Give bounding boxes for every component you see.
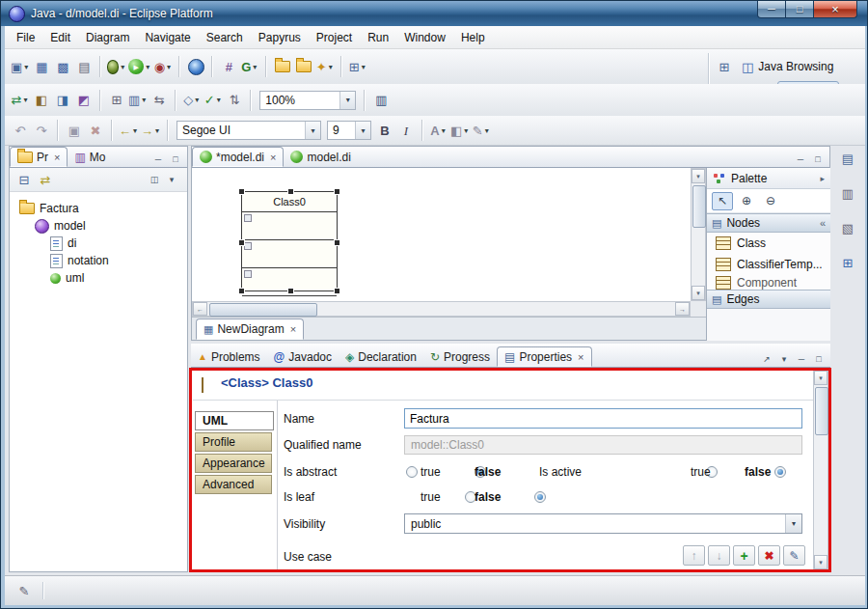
scroll-down-button[interactable]: ▾ xyxy=(814,555,827,569)
tab-declaration[interactable]: ◈ Declaration xyxy=(339,346,423,367)
align-button[interactable]: ◇▾ xyxy=(182,90,202,111)
copy-button[interactable]: ▣ xyxy=(65,120,84,141)
tab-progress[interactable]: ↻ Progress xyxy=(423,346,497,367)
close-tab-icon[interactable]: × xyxy=(290,323,296,335)
tree-item-notation[interactable]: notation xyxy=(10,252,187,269)
open-resource-button[interactable] xyxy=(294,56,313,77)
undo-button[interactable]: ↶ xyxy=(11,120,30,141)
compartment-expander-icon[interactable] xyxy=(244,242,252,250)
open-type-button[interactable] xyxy=(273,56,292,77)
visibility-dropdown[interactable]: public ▾ xyxy=(404,513,802,534)
props-tab-profile[interactable]: Profile xyxy=(195,432,272,452)
diagram-overview-button[interactable]: ▥ xyxy=(371,90,391,111)
show-grid-button[interactable]: ⊞ xyxy=(107,90,126,111)
remove-button[interactable]: ✖ xyxy=(758,545,780,566)
grid-view-icon[interactable]: ⊞ xyxy=(838,252,857,273)
maximize-view-icon[interactable]: □ xyxy=(811,351,827,367)
print-button[interactable]: ▤ xyxy=(74,56,94,77)
active-false-label[interactable]: false xyxy=(745,465,771,479)
font-combo[interactable]: Segoe UI ▾ xyxy=(176,121,321,140)
active-false-radio[interactable] xyxy=(774,466,786,478)
visibility-dropdown-arrow[interactable]: ▾ xyxy=(785,514,801,533)
web-browser-button[interactable] xyxy=(186,56,205,77)
minimize-button[interactable]: ─ xyxy=(757,1,786,18)
close-button[interactable]: × xyxy=(813,1,857,18)
palette-drawer-nodes[interactable]: ▤ Nodes « xyxy=(707,213,830,233)
scroll-down-button[interactable]: ▾ xyxy=(692,286,705,300)
tab-model-di-dirty[interactable]: *model.di × xyxy=(192,147,284,167)
palette-item-classifier-template[interactable]: ClassifierTemp... xyxy=(707,254,830,275)
selection-handle[interactable] xyxy=(287,288,294,294)
menu-project[interactable]: Project xyxy=(309,28,360,47)
tab-javadoc[interactable]: @ Javadoc xyxy=(267,346,339,367)
props-scroll-thumb[interactable] xyxy=(815,387,828,435)
link-with-editor-button[interactable]: ⇄ xyxy=(36,171,55,188)
outline-view-icon[interactable]: ▥ xyxy=(838,182,857,204)
menu-edit[interactable]: Edit xyxy=(42,28,78,47)
redo-button[interactable]: ↷ xyxy=(32,120,51,141)
delete-button[interactable]: ✖ xyxy=(86,120,105,141)
tree-item-uml[interactable]: uml xyxy=(10,269,187,287)
restore-views-icon[interactable]: ▤ xyxy=(838,148,857,169)
props-tab-uml[interactable]: UML xyxy=(195,411,274,430)
new-class-button[interactable]: ◨ xyxy=(53,90,72,111)
font-dropdown-arrow[interactable]: ▾ xyxy=(305,122,320,139)
selection-handle[interactable] xyxy=(334,239,340,246)
sort-button[interactable]: ⇅ xyxy=(225,90,244,111)
zoom-dropdown-arrow[interactable]: ▾ xyxy=(339,92,355,109)
selection-handle[interactable] xyxy=(287,188,294,195)
new-package-button[interactable]: ◧ xyxy=(32,90,51,111)
detach-view-icon[interactable]: ↗ xyxy=(759,351,774,367)
tab-model-di[interactable]: model.di xyxy=(284,147,357,167)
back-button[interactable]: ←▾ xyxy=(119,120,139,141)
task-list-view-icon[interactable]: ▧ xyxy=(838,217,857,238)
selection-handle[interactable] xyxy=(238,188,245,195)
minimize-view-icon[interactable]: ─ xyxy=(794,351,809,367)
collapse-all-button[interactable]: ⊟ xyxy=(14,171,34,188)
new-wizard-button[interactable]: ▣▾ xyxy=(11,56,30,77)
palette-item-component[interactable]: Component xyxy=(707,275,830,290)
search-button[interactable]: ✦▾ xyxy=(315,56,335,77)
canvas-vscrollbar[interactable]: ▾ ▾ xyxy=(691,168,706,301)
minimize-editor-icon[interactable]: ─ xyxy=(793,152,808,167)
props-tab-advanced[interactable]: Advanced xyxy=(195,475,272,494)
bold-button[interactable]: B xyxy=(375,120,394,141)
add-button[interactable]: + xyxy=(733,545,755,566)
vscroll-thumb[interactable] xyxy=(692,185,706,228)
menu-papyrus[interactable]: Papyrus xyxy=(251,28,309,47)
hscroll-thumb[interactable] xyxy=(209,303,317,317)
tab-problems[interactable]: ▲ Problems xyxy=(191,346,267,367)
debug-button[interactable]: ▾ xyxy=(107,56,126,77)
menu-window[interactable]: Window xyxy=(396,28,453,47)
sync-model-button[interactable]: ⇄▾ xyxy=(11,90,30,111)
italic-button[interactable]: I xyxy=(396,120,416,141)
junit-button[interactable]: G▾ xyxy=(240,56,259,77)
close-tab-icon[interactable]: × xyxy=(578,351,583,363)
menu-help[interactable]: Help xyxy=(453,28,493,47)
menu-diagram[interactable]: Diagram xyxy=(78,28,137,47)
leaf-true-label[interactable]: true xyxy=(420,490,441,504)
class-attributes-compartment[interactable] xyxy=(242,212,337,240)
line-color-button[interactable]: ✎▾ xyxy=(472,120,491,141)
edit-button[interactable]: ✎ xyxy=(783,545,805,566)
view-menu-icon[interactable]: ▾ xyxy=(776,351,792,367)
leaf-false-label[interactable]: false xyxy=(475,490,501,504)
maximize-editor-icon[interactable]: □ xyxy=(810,152,826,167)
class-operations-compartment[interactable] xyxy=(242,240,337,268)
menu-navigate[interactable]: Navigate xyxy=(137,28,198,47)
selection-handle[interactable] xyxy=(334,188,340,195)
maximize-view-icon[interactable]: □ xyxy=(168,152,183,167)
save-button[interactable]: ▦ xyxy=(32,56,51,77)
save-all-button[interactable]: ▩ xyxy=(53,56,72,77)
scroll-left-button[interactable]: ← xyxy=(193,302,207,316)
move-down-button[interactable]: ↓ xyxy=(708,545,730,566)
tree-item-project[interactable]: Factura xyxy=(10,200,187,217)
tab-model-explorer[interactable]: ▥ Mo xyxy=(68,147,112,167)
zoom-in-tool[interactable]: ⊕ xyxy=(736,192,757,210)
tab-new-diagram[interactable]: ▦ NewDiagram × xyxy=(196,318,304,340)
explorer-menu-arrow-icon[interactable]: ▾ xyxy=(164,172,179,187)
perspective-java-browsing[interactable]: ◫ Java Browsing xyxy=(735,58,840,75)
tree-item-model[interactable]: model xyxy=(10,217,187,235)
name-input[interactable] xyxy=(404,408,802,429)
abstract-true-label[interactable]: true xyxy=(420,465,441,479)
